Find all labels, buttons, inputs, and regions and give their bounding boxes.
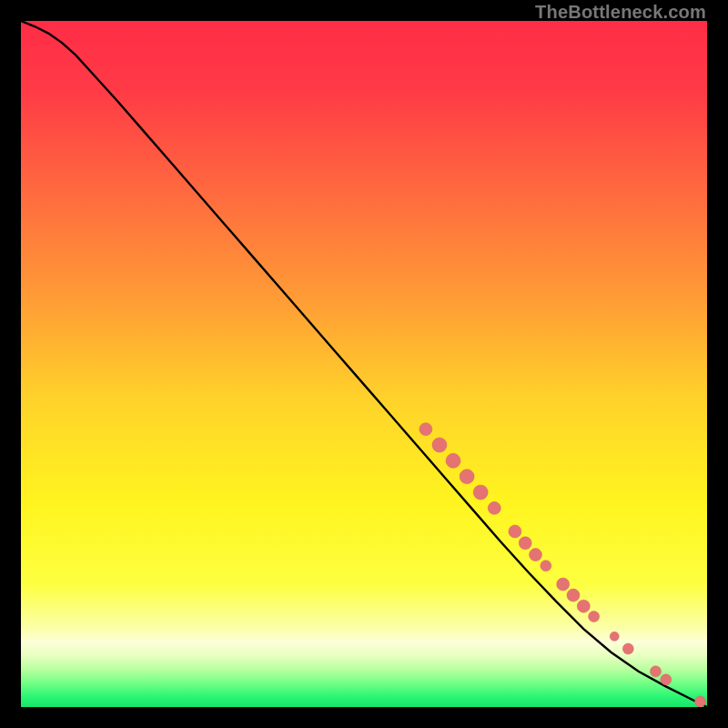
data-point bbox=[460, 470, 474, 484]
data-points-layer bbox=[21, 21, 707, 707]
data-point bbox=[622, 643, 633, 654]
plot-area bbox=[21, 21, 707, 707]
data-point bbox=[557, 578, 570, 591]
data-point bbox=[509, 525, 521, 538]
attribution-label: TheBottleneck.com bbox=[535, 2, 706, 23]
data-point bbox=[661, 674, 672, 685]
data-point bbox=[610, 632, 619, 641]
data-point bbox=[530, 549, 542, 561]
data-point bbox=[519, 537, 531, 550]
data-point bbox=[694, 696, 705, 707]
data-point bbox=[589, 611, 600, 622]
data-point bbox=[577, 600, 590, 612]
data-point bbox=[446, 453, 460, 468]
data-point bbox=[650, 666, 661, 677]
data-point bbox=[541, 561, 551, 571]
data-point bbox=[420, 423, 432, 436]
data-point bbox=[473, 485, 488, 500]
data-point bbox=[488, 501, 500, 514]
data-point bbox=[432, 438, 447, 452]
chart-stage: TheBottleneck.com bbox=[0, 0, 728, 728]
data-point bbox=[567, 589, 580, 602]
